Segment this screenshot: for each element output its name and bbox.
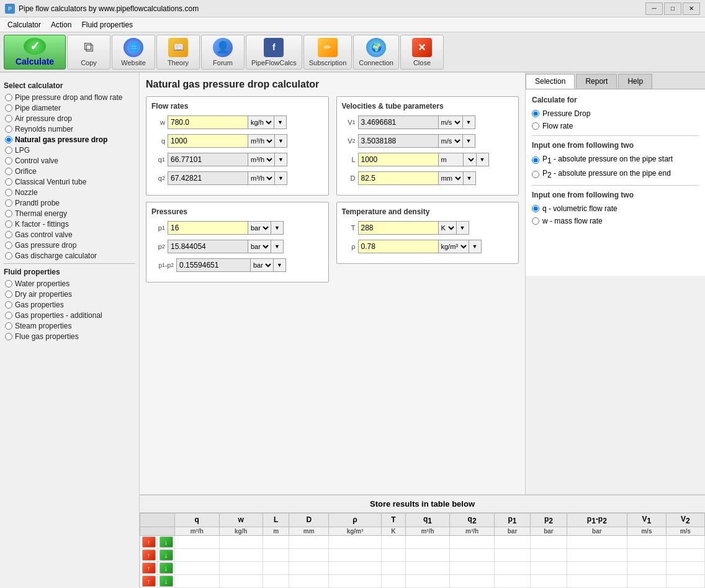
- menu-calculator[interactable]: Calculator: [2, 19, 46, 30]
- unit-btn-rho[interactable]: ▼: [469, 240, 482, 253]
- menu-action[interactable]: Action: [46, 19, 76, 30]
- app-icon: P: [5, 4, 15, 14]
- unit-btn-q1[interactable]: ▼: [275, 153, 287, 166]
- unit-select-l[interactable]: [464, 153, 477, 166]
- unit-btn-w[interactable]: ▼: [274, 115, 287, 129]
- option-p1-abs[interactable]: P1 - absolute pressure on the pipe start: [532, 155, 699, 165]
- connection-button[interactable]: 🌍 Connection: [353, 35, 399, 70]
- field-v1: V1 m/s ▼: [342, 115, 514, 129]
- unit-btn-q[interactable]: ▼: [275, 134, 287, 148]
- sidebar-item-prandtl[interactable]: Prandtl probe: [4, 198, 135, 208]
- option-p2-abs[interactable]: P2 - absolute pressure on the pipe end: [532, 169, 699, 179]
- option-pressure-drop[interactable]: Pressure Drop: [532, 109, 699, 118]
- unit-btn-l[interactable]: ▼: [477, 153, 489, 166]
- unit-t[interactable]: K: [439, 221, 457, 235]
- sidebar-item-gas-discharge[interactable]: Gas discharge calculator: [4, 251, 135, 261]
- row4-down-btn[interactable]: ↓: [159, 576, 173, 587]
- label-rho: ρ: [342, 243, 356, 250]
- input-l[interactable]: [358, 153, 439, 166]
- close-button[interactable]: ✕ Close: [400, 35, 444, 70]
- row2-up-btn[interactable]: ↑: [142, 550, 156, 561]
- sidebar-item-pipe-diameter[interactable]: Pipe diameter: [4, 103, 135, 113]
- option-q-volumetric[interactable]: q - volumetric flow rate: [532, 204, 699, 213]
- label-w: w: [151, 119, 165, 126]
- minimize-button[interactable]: ─: [645, 2, 663, 15]
- unit-d[interactable]: mm: [439, 171, 464, 185]
- row1-down-btn[interactable]: ↓: [159, 536, 173, 548]
- label-p2: p2: [151, 243, 165, 250]
- unit-btn-v2[interactable]: ▼: [463, 134, 475, 148]
- unit-p1p2[interactable]: bar: [251, 258, 274, 272]
- unit-btn-p1p2[interactable]: ▼: [274, 258, 286, 272]
- option-w-mass[interactable]: w - mass flow rate: [532, 217, 699, 225]
- unit-w[interactable]: kg/h: [248, 115, 274, 129]
- row1-d: [289, 536, 329, 549]
- sidebar-item-k-factor[interactable]: K factor - fittings: [4, 219, 135, 229]
- sidebar-item-orifice[interactable]: Orifice: [4, 166, 135, 176]
- sidebar-item-air-pressure-drop[interactable]: Air pressure drop: [4, 114, 135, 124]
- unit-p1[interactable]: bar: [248, 221, 271, 235]
- calc-title: Natural gas pressure drop calculator: [146, 79, 519, 90]
- input-rho[interactable]: [358, 240, 439, 253]
- unit-q2[interactable]: m³/h: [248, 171, 275, 185]
- website-button[interactable]: 🌐 Website: [112, 35, 155, 70]
- row3-up-btn[interactable]: ↑: [142, 563, 156, 574]
- forum-button[interactable]: 👤 Forum: [201, 35, 245, 70]
- maximize-button[interactable]: □: [664, 2, 681, 15]
- unit-btn-d[interactable]: ▼: [464, 171, 476, 185]
- row3-down-btn[interactable]: ↓: [159, 563, 173, 574]
- sidebar-item-thermal[interactable]: Thermal energy: [4, 209, 135, 219]
- sidebar-item-natural-gas[interactable]: Natural gas pressure drop: [4, 135, 135, 145]
- sidebar-item-steam-props[interactable]: Steam properties: [4, 321, 135, 331]
- copy-button[interactable]: ⧉ Copy: [67, 35, 110, 70]
- sidebar-item-nozzle[interactable]: Nozzle: [4, 188, 135, 197]
- unit-q1[interactable]: m³/h: [248, 153, 275, 166]
- sidebar-item-dry-air-props[interactable]: Dry air properties: [4, 289, 135, 299]
- tab-help[interactable]: Help: [618, 74, 652, 89]
- input-d[interactable]: [358, 171, 439, 185]
- row1-p2: [531, 536, 567, 549]
- col-p2: p2: [531, 513, 567, 527]
- sidebar-item-gas-props[interactable]: Gas properties: [4, 300, 135, 310]
- pipeflowcalcs-button[interactable]: f PipeFlowCalcs: [246, 35, 302, 70]
- unit-btn-t[interactable]: ▼: [457, 221, 469, 235]
- input-q[interactable]: [168, 134, 248, 148]
- sidebar-item-gas-pressure[interactable]: Gas pressure drop: [4, 240, 135, 250]
- subscription-button[interactable]: ✏ Subscription: [303, 35, 352, 70]
- window-close-button[interactable]: ✕: [683, 2, 700, 15]
- unit-rho[interactable]: kg/m³: [439, 240, 469, 253]
- sidebar-item-pipe-pressure-drop[interactable]: Pipe pressure drop and flow rate: [4, 93, 135, 102]
- sidebar-item-reynolds[interactable]: Reynolds number: [4, 124, 135, 134]
- input-p1[interactable]: [168, 221, 248, 235]
- row2-down-btn[interactable]: ↓: [159, 550, 173, 561]
- unit-p2[interactable]: bar: [248, 240, 271, 253]
- row4-v1: [627, 575, 666, 588]
- row4-up-btn[interactable]: ↑: [142, 576, 156, 587]
- row3-q1: [405, 562, 450, 575]
- sidebar-item-flue-gas-props[interactable]: Flue gas properties: [4, 332, 135, 341]
- unit-v1[interactable]: m/s: [439, 115, 463, 129]
- sidebar-item-gas-control[interactable]: Gas control valve: [4, 230, 135, 240]
- menu-fluid-properties[interactable]: Fluid properties: [76, 19, 138, 30]
- tab-report[interactable]: Report: [576, 74, 617, 89]
- sidebar-item-water-props[interactable]: Water properties: [4, 279, 135, 289]
- row1-up-btn[interactable]: ↑: [142, 536, 156, 548]
- unit-btn-p2[interactable]: ▼: [271, 240, 284, 253]
- sidebar-item-lpg[interactable]: LPG: [4, 145, 135, 155]
- unit-btn-v1[interactable]: ▼: [463, 115, 475, 129]
- calculate-button[interactable]: ✓ Calculate: [4, 35, 66, 70]
- unit-btn-q2[interactable]: ▼: [275, 171, 287, 185]
- unit-v2[interactable]: m/s: [439, 134, 463, 148]
- input-w[interactable]: [168, 115, 248, 129]
- option-flow-rate[interactable]: Flow rate: [532, 122, 699, 130]
- input-t[interactable]: [358, 221, 439, 235]
- col-v1: V1: [627, 513, 666, 527]
- theory-button[interactable]: 📖 Theory: [156, 35, 200, 70]
- title-bar: P Pipe flow calculators by www.pipeflowc…: [0, 0, 705, 17]
- unit-q[interactable]: m³/h: [248, 134, 275, 148]
- sidebar-item-gas-props-additional[interactable]: Gas properties - additional: [4, 310, 135, 320]
- unit-btn-p1[interactable]: ▼: [271, 221, 284, 235]
- sidebar-item-venturi[interactable]: Classical Venturi tube: [4, 177, 135, 187]
- sidebar-item-control-valve[interactable]: Control valve: [4, 156, 135, 166]
- tab-selection[interactable]: Selection: [526, 74, 575, 89]
